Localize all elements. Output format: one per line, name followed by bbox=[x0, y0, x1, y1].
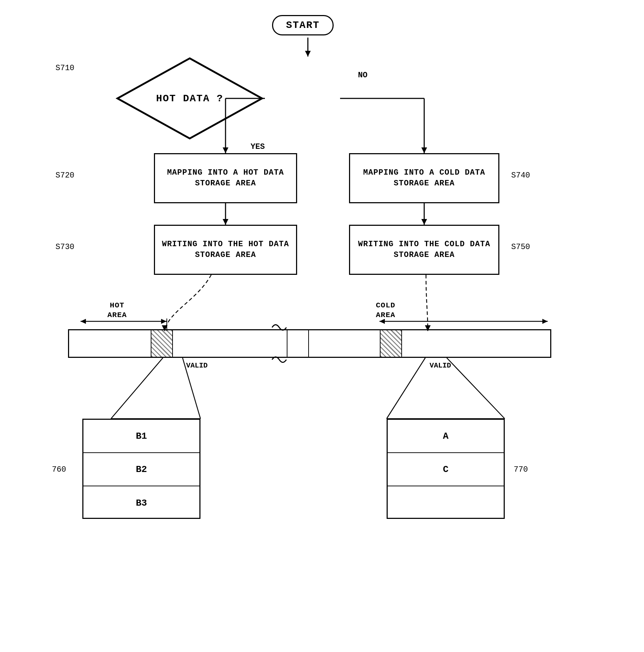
step-label-760: 760 bbox=[52, 465, 66, 474]
mem-seg-break bbox=[287, 330, 309, 357]
box-s720: MAPPING INTO A HOT DATA STORAGE AREA bbox=[154, 153, 297, 203]
svg-marker-12 bbox=[421, 219, 427, 225]
mem-seg-hot-hatched bbox=[151, 330, 173, 357]
memory-bar bbox=[68, 329, 551, 358]
block-row-a: A bbox=[388, 420, 504, 453]
hot-area-label: HOT AREA bbox=[107, 301, 127, 320]
step-label-s720: S720 bbox=[55, 171, 74, 180]
step-label-s750: S750 bbox=[511, 243, 530, 252]
mem-seg-cold-hatched bbox=[381, 330, 402, 357]
block-row-b1: B1 bbox=[83, 420, 199, 453]
diamond-container: HOT DATA ? bbox=[115, 55, 265, 141]
diagram: START S710 HOT DATA ? YES NO MAPPING INT… bbox=[0, 0, 644, 652]
valid-label-right: VALID bbox=[430, 361, 451, 370]
block-row-empty bbox=[388, 486, 504, 520]
mem-seg-4 bbox=[402, 330, 550, 357]
mem-seg-3 bbox=[309, 330, 381, 357]
mem-seg-2 bbox=[173, 330, 287, 357]
no-label: NO bbox=[358, 71, 367, 80]
svg-marker-15 bbox=[161, 319, 166, 324]
box-s740: MAPPING INTO A COLD DATA STORAGE AREA bbox=[349, 153, 499, 203]
start-bubble: START bbox=[272, 15, 334, 35]
block-stack-left: B1 B2 B3 bbox=[82, 419, 200, 519]
diamond-label: HOT DATA ? bbox=[156, 93, 223, 104]
svg-line-26 bbox=[447, 358, 505, 419]
block-stack-right: A C bbox=[387, 419, 505, 519]
mem-seg-1 bbox=[69, 330, 151, 357]
block-row-b2: B2 bbox=[83, 453, 199, 486]
svg-marker-5 bbox=[223, 147, 228, 153]
valid-label-left: VALID bbox=[186, 361, 208, 370]
svg-marker-2 bbox=[305, 51, 311, 57]
yes-label: YES bbox=[251, 142, 265, 151]
block-row-c: C bbox=[388, 453, 504, 486]
cold-area-label: COLD AREA bbox=[376, 301, 395, 320]
svg-marker-18 bbox=[542, 319, 548, 324]
svg-line-25 bbox=[387, 358, 425, 419]
svg-marker-10 bbox=[421, 147, 427, 153]
box-s750: WRITING INTO THE COLD DATA STORAGE AREA bbox=[349, 225, 499, 275]
block-row-b3: B3 bbox=[83, 486, 199, 520]
svg-line-22 bbox=[111, 358, 163, 419]
step-label-s730: S730 bbox=[55, 243, 74, 252]
svg-marker-14 bbox=[81, 319, 86, 324]
step-label-s740: S740 bbox=[511, 171, 530, 180]
box-s730: WRITING INTO THE HOT DATA STORAGE AREA bbox=[154, 225, 297, 275]
svg-overlay bbox=[0, 0, 644, 652]
step-label-770: 770 bbox=[514, 465, 528, 474]
svg-marker-7 bbox=[223, 219, 228, 225]
step-label-s710: S710 bbox=[55, 64, 74, 73]
